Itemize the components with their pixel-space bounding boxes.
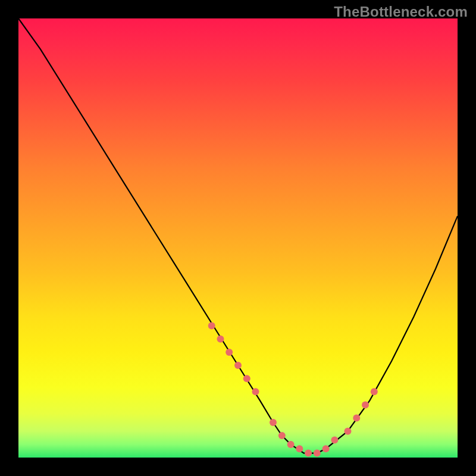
highlight-dot — [226, 349, 233, 356]
highlight-dot — [287, 441, 295, 448]
highlight-dot — [278, 432, 286, 439]
highlight-dot — [270, 419, 277, 426]
highlight-dot — [353, 415, 360, 422]
highlight-dots — [208, 322, 378, 457]
curve-layer — [0, 0, 476, 476]
highlight-dot — [296, 445, 303, 452]
highlight-dot — [234, 362, 242, 369]
highlight-dot — [362, 401, 369, 408]
highlight-dot — [371, 388, 378, 395]
highlight-dot — [243, 375, 250, 382]
highlight-dot — [217, 336, 224, 343]
highlight-dot — [322, 445, 330, 452]
watermark-text: TheBottleneck.com — [334, 4, 468, 20]
highlight-dot — [305, 450, 312, 457]
highlight-dot — [331, 437, 338, 444]
highlight-dot — [208, 322, 215, 330]
highlight-dot — [345, 428, 352, 435]
curve-line — [18, 18, 458, 453]
highlight-dot — [252, 388, 259, 395]
chart-frame: TheBottleneck.com — [0, 0, 476, 476]
highlight-dot — [314, 450, 321, 457]
bottleneck-curve — [18, 18, 458, 453]
